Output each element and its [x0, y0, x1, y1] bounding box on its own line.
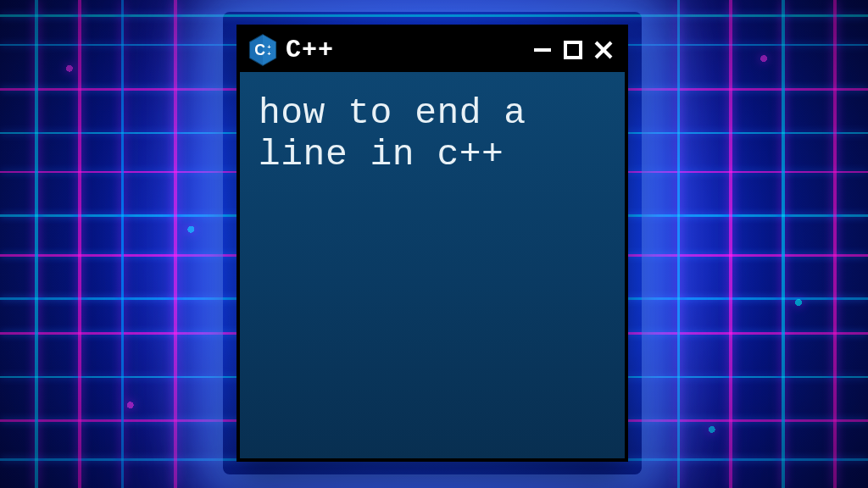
svg-text:C: C [254, 42, 265, 58]
close-icon[interactable] [593, 39, 615, 61]
window-body: how to end a line in c++ [240, 72, 625, 458]
window-title: C++ [286, 36, 334, 64]
terminal-window: C + + C++ how to end a line in c++ [237, 25, 627, 461]
window-controls [531, 39, 615, 61]
svg-text:+: + [267, 44, 270, 50]
cpp-logo-icon: C + + [248, 34, 277, 66]
body-text: how to end a line in c++ [259, 92, 606, 176]
svg-rect-6 [565, 42, 581, 58]
minimize-icon[interactable] [531, 39, 554, 61]
svg-text:+: + [267, 51, 270, 57]
titlebar[interactable]: C + + C++ [240, 28, 625, 72]
maximize-icon[interactable] [562, 39, 584, 61]
